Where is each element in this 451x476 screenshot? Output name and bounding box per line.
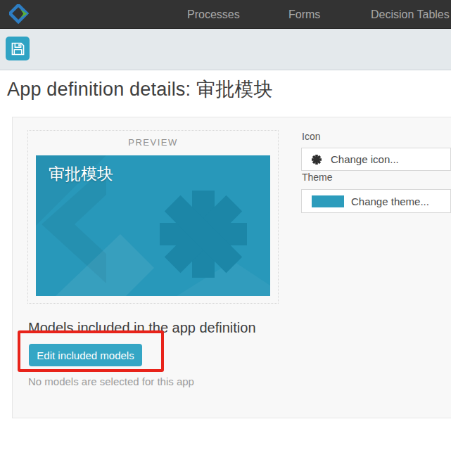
change-theme-button[interactable]: Change theme... — [301, 189, 451, 213]
page-title: App definition details: 审批模块 — [7, 77, 273, 102]
activiti-logo-icon — [9, 4, 29, 24]
icon-field-label: Icon — [302, 131, 320, 142]
editor-toolbar — [0, 29, 451, 70]
card-app-title: 审批模块 — [49, 163, 113, 185]
edit-included-models-button[interactable]: Edit included models — [29, 344, 142, 366]
asterisk-icon — [312, 155, 322, 165]
nav-item-forms[interactable]: Forms — [288, 0, 320, 29]
save-button[interactable] — [6, 37, 30, 60]
change-icon-button[interactable]: Change icon... — [301, 148, 451, 171]
app-definition-panel: PREVIEW 审批模块 — [12, 117, 451, 418]
change-icon-label: Change icon... — [331, 153, 399, 165]
preview-label: PREVIEW — [28, 137, 278, 148]
change-theme-label: Change theme... — [351, 195, 429, 207]
nav-item-processes[interactable]: Processes — [187, 0, 240, 29]
top-navbar: Processes Forms Decision Tables — [0, 0, 451, 29]
card-asterisk-icon — [161, 192, 246, 276]
theme-field-label: Theme — [302, 172, 333, 183]
app-tile-preview: 审批模块 — [36, 155, 270, 296]
nav-item-decision-tables[interactable]: Decision Tables — [371, 0, 450, 29]
app-designer-screen: Processes Forms Decision Tables App defi… — [0, 0, 451, 476]
preview-box: PREVIEW 审批模块 — [27, 130, 279, 304]
empty-models-text: No models are selected for this app — [28, 375, 194, 387]
models-section-heading: Models included in the app definition — [28, 320, 256, 336]
floppy-disk-icon — [10, 41, 26, 57]
theme-color-swatch — [312, 195, 344, 207]
